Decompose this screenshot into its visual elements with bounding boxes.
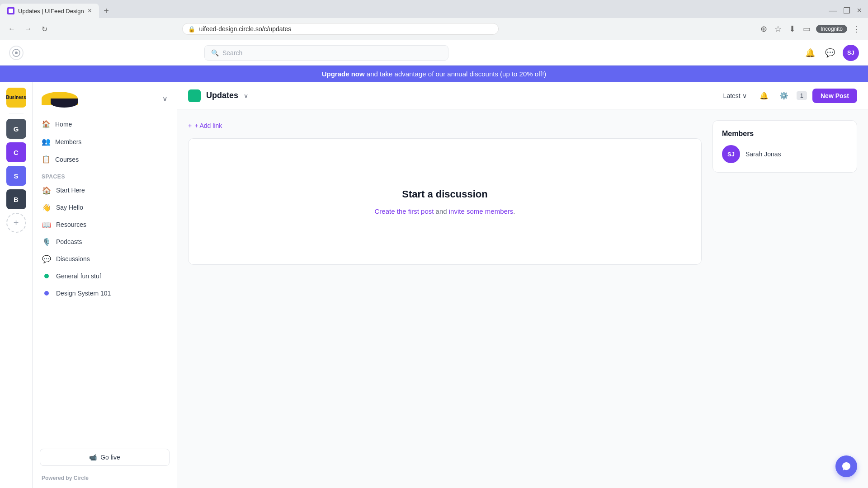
bookmark-icon[interactable]: ☆ — [773, 22, 783, 36]
window-minimize-button[interactable]: — — [826, 6, 840, 16]
nav-item-members-label: Members — [55, 138, 81, 145]
lens-icon[interactable]: ⊕ — [759, 22, 769, 36]
new-tab-button[interactable]: + — [99, 4, 113, 18]
upgrade-banner: Upgrade now and take advantage of our an… — [0, 66, 868, 82]
channel-header: Updates ∨ Latest ∨ 🔔 ⚙️ 1 New Post — [177, 82, 868, 109]
video-icon: 📹 — [89, 454, 97, 461]
tab-close-button[interactable]: × — [88, 7, 92, 15]
space-item-podcasts[interactable]: 🎙️ Podcasts — [33, 233, 177, 250]
download-icon[interactable]: ⬇ — [787, 22, 797, 36]
address-text: uifeed-design.circle.so/c/updates — [199, 25, 291, 33]
channel-icon — [188, 89, 201, 102]
new-post-button[interactable]: New Post — [812, 89, 857, 103]
community-item-business[interactable]: Business — [6, 88, 26, 108]
sidebar-divider — [9, 113, 24, 113]
security-icon: 🔒 — [188, 26, 195, 33]
design-system-dot-icon — [42, 288, 52, 298]
space-item-resources[interactable]: 📖 Resources — [33, 216, 177, 233]
tab-favicon — [7, 7, 14, 14]
notifications-icon[interactable]: 🔔 — [803, 46, 817, 60]
browser-tab[interactable]: Updates | UIFeed Design × — [0, 4, 99, 18]
menu-icon[interactable]: ⋮ — [851, 22, 863, 36]
channel-notifications-icon[interactable]: 🔔 — [757, 89, 771, 103]
space-item-general-fun[interactable]: General fun stuf — [33, 267, 177, 285]
discussion-text-and: and — [434, 207, 448, 215]
address-bar[interactable]: 🔒 uifeed-design.circle.so/c/updates — [182, 23, 499, 35]
space-item-discussions-label: Discussions — [56, 255, 90, 263]
side-navigation: ∨ 🏠 Home 👥 Members 📋 Courses Spaces 🏠 St… — [33, 82, 177, 488]
create-first-post-link[interactable]: Create the first post — [375, 207, 434, 215]
main-area: Updates ∨ Latest ∨ 🔔 ⚙️ 1 New Post — [177, 82, 868, 488]
forward-button[interactable]: → — [22, 23, 34, 35]
window-close-button[interactable]: × — [854, 6, 864, 16]
say-hello-icon: 👋 — [42, 202, 52, 212]
banner-text: and take advantage of our annual discoun… — [365, 70, 547, 78]
space-item-design-system[interactable]: Design System 101 — [33, 285, 177, 302]
plus-icon: + — [188, 122, 192, 129]
space-item-start-here-label: Start Here — [56, 187, 85, 194]
add-link-label[interactable]: + Add link — [194, 122, 222, 129]
invite-members-link[interactable]: invite some members — [449, 207, 514, 215]
device-icon[interactable]: ▭ — [801, 22, 812, 36]
nav-item-members[interactable]: 👥 Members — [33, 133, 177, 150]
member-item: SJ Sarah Jonas — [722, 145, 848, 163]
messages-icon[interactable]: 💬 — [823, 46, 837, 60]
circle-brand: Circle — [74, 475, 89, 481]
podcasts-icon: 🎙️ — [42, 237, 52, 247]
nav-item-courses[interactable]: 📋 Courses — [33, 150, 177, 168]
top-nav-right: 🔔 💬 SJ — [803, 45, 859, 61]
community-item-s[interactable]: S — [6, 166, 26, 186]
channel-name: Updates — [206, 91, 238, 100]
spaces-section-header: Spaces — [33, 168, 177, 182]
app-logo[interactable] — [9, 46, 24, 60]
members-icon: 👥 — [42, 137, 51, 146]
member-name: Sarah Jonas — [745, 150, 781, 158]
members-card: Members SJ Sarah Jonas — [712, 120, 857, 173]
space-item-podcasts-label: Podcasts — [56, 238, 82, 245]
community-item-c[interactable]: C — [6, 142, 26, 162]
user-avatar[interactable]: SJ — [843, 45, 859, 61]
right-sidebar: Members SJ Sarah Jonas — [712, 120, 857, 478]
general-fun-dot-icon — [42, 271, 52, 281]
upgrade-link[interactable]: Upgrade now — [322, 70, 365, 78]
powered-by: Powered by Circle — [33, 471, 177, 488]
window-maximize-button[interactable]: ❐ — [840, 6, 853, 16]
chat-bubble-button[interactable] — [835, 455, 857, 477]
community-item-b[interactable]: B — [6, 189, 26, 209]
discussion-card-title: Start a discussion — [402, 188, 488, 200]
tab-title: Updates | UIFeed Design — [18, 8, 84, 14]
search-bar[interactable]: 🔍 Search — [204, 45, 448, 61]
add-community-button[interactable]: + — [6, 213, 26, 233]
community-item-g[interactable]: G — [6, 119, 26, 139]
incognito-badge[interactable]: Incognito — [816, 25, 847, 33]
svg-point-2 — [15, 52, 18, 54]
space-item-design-system-label: Design System 101 — [56, 290, 111, 297]
content-area: + + Add link Start a discussion Create t… — [177, 109, 868, 488]
channel-dropdown-icon[interactable]: ∨ — [244, 92, 248, 99]
search-icon: 🔍 — [211, 49, 219, 56]
main-content: + + Add link Start a discussion Create t… — [188, 120, 702, 478]
discussion-text-end: . — [513, 207, 515, 215]
space-item-say-hello-label: Say Hello — [56, 204, 83, 211]
reload-button[interactable]: ↻ — [38, 23, 51, 35]
sort-button[interactable]: Latest ∨ — [719, 89, 751, 102]
discussions-icon: 💬 — [42, 254, 52, 264]
space-item-discussions[interactable]: 💬 Discussions — [33, 250, 177, 267]
channel-settings-icon[interactable]: ⚙️ — [777, 89, 791, 103]
side-nav-header: ∨ — [33, 82, 177, 115]
go-live-label: Go live — [100, 454, 120, 461]
notification-count-badge: 1 — [797, 91, 807, 100]
sort-chevron-icon: ∨ — [742, 92, 747, 99]
space-item-say-hello[interactable]: 👋 Say Hello — [33, 199, 177, 216]
start-here-icon: 🏠 — [42, 185, 52, 195]
space-item-start-here[interactable]: 🏠 Start Here — [33, 182, 177, 199]
search-placeholder: Search — [222, 49, 242, 56]
nav-item-home[interactable]: 🏠 Home — [33, 115, 177, 133]
courses-icon: 📋 — [42, 155, 51, 164]
back-button[interactable]: ← — [5, 23, 18, 35]
add-link-button[interactable]: + + Add link — [188, 120, 702, 131]
nav-collapse-button[interactable]: ∨ — [162, 94, 168, 103]
go-live-button[interactable]: 📹 Go live — [40, 449, 170, 466]
members-card-title: Members — [722, 130, 848, 138]
top-navigation: 🔍 Search 🔔 💬 SJ — [0, 40, 868, 66]
